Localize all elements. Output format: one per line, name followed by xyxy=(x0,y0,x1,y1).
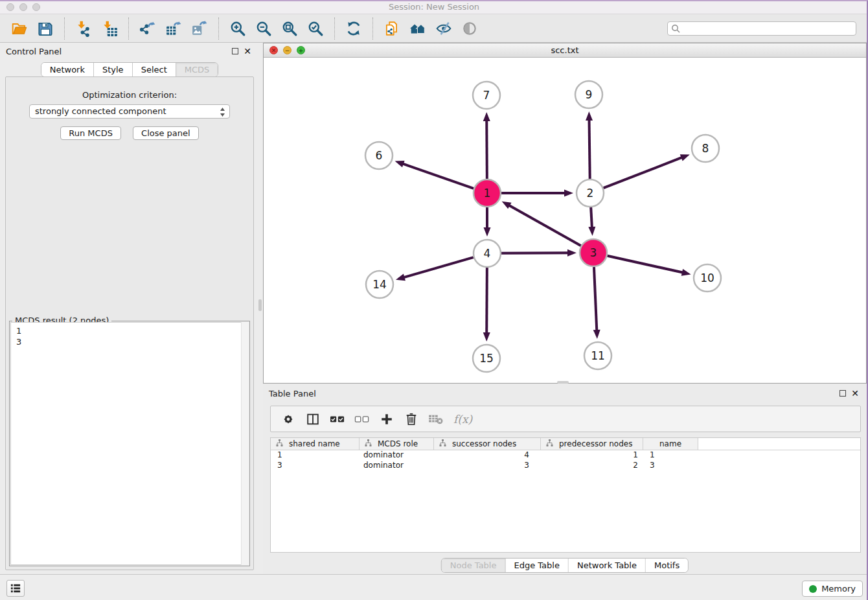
add-column-icon[interactable] xyxy=(378,411,395,428)
column-header-shared-name[interactable]: shared name xyxy=(271,438,360,450)
edge-2-3[interactable] xyxy=(591,207,592,228)
column-header-label: shared name xyxy=(289,439,340,448)
column-header-successor-nodes[interactable]: successor nodes xyxy=(434,438,541,450)
tab-node-table[interactable]: Node Table xyxy=(442,559,506,572)
list-icon xyxy=(10,583,21,594)
import-network-icon[interactable] xyxy=(74,19,93,38)
cell-MCDS-role[interactable]: dominator xyxy=(360,461,434,471)
node-label-11: 11 xyxy=(591,349,605,362)
task-history-button[interactable] xyxy=(6,580,25,597)
float-table-panel-icon[interactable] xyxy=(839,390,846,397)
session-title: Session: New Session xyxy=(0,2,868,12)
main-toolbar xyxy=(0,14,868,43)
cell-predecessor-nodes[interactable]: 2 xyxy=(541,461,643,471)
tab-network-table[interactable]: Network Table xyxy=(569,559,646,572)
mcds-result-text[interactable]: 13 xyxy=(10,322,249,565)
deselect-all-icon[interactable] xyxy=(354,411,371,428)
search-field xyxy=(667,21,856,36)
tab-select[interactable]: Select xyxy=(133,63,176,76)
home-networks-icon[interactable] xyxy=(409,19,427,38)
export-image-icon[interactable] xyxy=(190,19,209,38)
show-columns-icon[interactable] xyxy=(304,411,321,428)
float-panel-icon[interactable] xyxy=(232,48,238,54)
delete-column-icon[interactable] xyxy=(403,411,420,428)
toolbar-separator xyxy=(218,17,219,40)
edge-arrowhead-1-7 xyxy=(483,112,490,121)
edge-1-7[interactable] xyxy=(486,120,487,179)
duplicate-network-icon[interactable] xyxy=(383,19,401,38)
import-table-icon[interactable] xyxy=(100,19,119,38)
export-network-icon[interactable] xyxy=(139,19,157,38)
tab-network[interactable]: Network xyxy=(41,63,94,76)
apply-layout-icon[interactable] xyxy=(345,19,363,38)
edge-3-10[interactable] xyxy=(607,256,683,273)
cell-successor-nodes[interactable]: 4 xyxy=(434,450,541,461)
control-panel-tabs: NetworkStyleSelectMCDS xyxy=(0,62,259,77)
tab-style[interactable]: Style xyxy=(94,63,133,76)
cell-shared-name[interactable]: 3 xyxy=(271,461,360,471)
table-panel: Table Panel ✕ f(x) shared nameMCDS roles… xyxy=(263,384,867,574)
edge-arrowhead-4-14 xyxy=(396,274,405,281)
edge-2-8[interactable] xyxy=(604,157,683,188)
tab-edge-table[interactable]: Edge Table xyxy=(505,559,568,572)
optimization-criterion-label: Optimization criterion: xyxy=(6,90,253,100)
export-table-icon[interactable] xyxy=(165,19,183,38)
cell-predecessor-nodes[interactable]: 1 xyxy=(541,450,643,461)
edge-4-3[interactable] xyxy=(501,253,569,253)
zoom-in-icon[interactable] xyxy=(229,19,247,38)
column-header-predecessor-nodes[interactable]: predecessor nodes xyxy=(541,438,643,450)
save-session-icon[interactable] xyxy=(36,19,54,38)
panel-splitter-handle[interactable] xyxy=(258,299,262,311)
hide-panel-eye-icon[interactable] xyxy=(435,19,453,38)
column-type-icon xyxy=(276,439,283,448)
node-label-4: 4 xyxy=(484,247,491,260)
column-header-label: name xyxy=(659,439,681,448)
tab-motifs[interactable]: Motifs xyxy=(646,559,688,572)
node-label-3: 3 xyxy=(590,246,597,259)
open-session-icon[interactable] xyxy=(10,19,29,38)
close-panel-icon[interactable]: ✕ xyxy=(244,46,251,56)
table-toolbar: f(x) xyxy=(270,406,861,432)
node-table-body: 1dominator4113dominator323 xyxy=(271,450,860,471)
run-mcds-button[interactable]: Run MCDS xyxy=(60,126,121,140)
cell-name[interactable]: 3 xyxy=(643,461,698,471)
zoom-fit-icon[interactable] xyxy=(280,19,299,38)
criterion-dropdown[interactable]: strongly connected component xyxy=(29,104,230,119)
cell-successor-nodes[interactable]: 3 xyxy=(434,461,541,471)
column-header-MCDS-role[interactable]: MCDS role xyxy=(360,438,434,450)
close-table-panel-icon[interactable]: ✕ xyxy=(851,388,859,398)
zoom-out-icon[interactable] xyxy=(255,19,273,38)
tab-mcds[interactable]: MCDS xyxy=(176,63,218,76)
toolbar-separator xyxy=(334,17,335,40)
delete-table-icon xyxy=(428,411,444,428)
column-header-label: successor nodes xyxy=(452,439,516,448)
cell-MCDS-role[interactable]: dominator xyxy=(360,450,434,461)
app-titlebar: Session: New Session xyxy=(0,0,868,14)
edge-2-9[interactable] xyxy=(589,119,590,179)
select-all-icon[interactable] xyxy=(329,411,346,428)
mcds-result-scrollbar[interactable] xyxy=(241,322,249,565)
edge-3-1[interactable] xyxy=(508,205,581,246)
table-settings-gear-icon[interactable] xyxy=(280,411,297,428)
memory-status-icon xyxy=(809,585,817,593)
table-row[interactable]: 3dominator323 xyxy=(271,461,860,471)
edge-4-14[interactable] xyxy=(404,257,474,277)
edge-3-11[interactable] xyxy=(594,267,597,331)
close-panel-button[interactable]: Close panel xyxy=(133,126,199,140)
control-panel-header: Control Panel ✕ xyxy=(0,43,259,61)
cell-name[interactable]: 1 xyxy=(643,450,698,461)
table-row[interactable]: 1dominator411 xyxy=(271,450,860,461)
edge-1-6[interactable] xyxy=(402,163,474,188)
node-label-6: 6 xyxy=(376,149,383,162)
memory-button[interactable]: Memory xyxy=(802,581,863,597)
edge-4-15[interactable] xyxy=(486,268,487,334)
search-input[interactable] xyxy=(667,21,856,36)
zoom-selected-icon[interactable] xyxy=(306,19,325,38)
node-label-2: 2 xyxy=(587,187,594,200)
network-canvas[interactable]: 7968124314101511 xyxy=(264,58,866,383)
cell-shared-name[interactable]: 1 xyxy=(271,450,360,461)
column-header-name[interactable]: name xyxy=(643,438,698,450)
toolbar-separator xyxy=(64,17,65,40)
edge-arrowhead-2-9 xyxy=(586,111,593,121)
edge-arrowhead-2-8 xyxy=(680,154,690,161)
